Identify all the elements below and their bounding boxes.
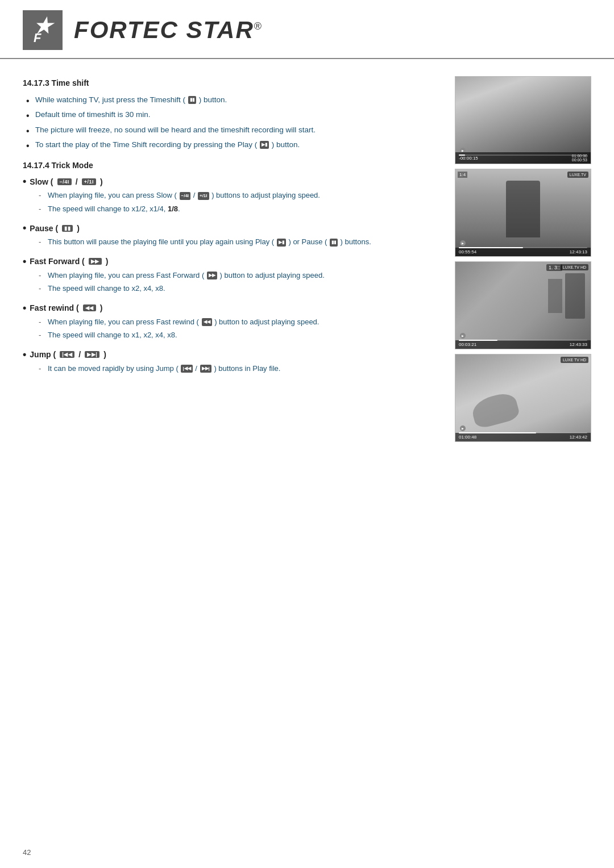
trick-slow-dash2: The speed will change to x1/2, x1/4, 1/8… — [39, 203, 438, 215]
screenshot2-time-right: 12:43:13 — [570, 249, 587, 254]
left-column: 14.17.3 Time shift While watching TV, ju… — [23, 76, 438, 442]
trick-pause-header: Pause ( ▮▮ ) — [23, 222, 438, 234]
pause-pause-icon: ▮▮ — [330, 239, 338, 247]
screenshot2-channel: LUXE.TV — [567, 172, 588, 178]
screenshot2-ratio: 1:4 — [458, 172, 467, 178]
pause-btn-icon: ▮▮ — [62, 225, 73, 232]
page-number: 42 — [23, 848, 31, 857]
brand-text: FORTEC STAR — [74, 16, 254, 43]
logo-box: ★ F — [23, 10, 63, 50]
trick-fastrewind: Fast rewind ( ◀◀ ) When playing file, yo… — [23, 302, 438, 341]
logo-letter: ★ F — [34, 16, 52, 44]
trick-pause-end: ) — [77, 224, 80, 233]
trick-fr-end: ) — [100, 303, 103, 312]
trick-jump-header: Jump ( |◀◀ / ▶▶| ) — [23, 349, 438, 361]
play-btn-icon: ▶▮ — [260, 141, 269, 149]
timeshift-btn-icon: ▮▮ — [188, 96, 196, 104]
trick-jump-label: Jump ( — [30, 350, 56, 359]
fr-btn-icon: ◀◀ — [83, 304, 96, 311]
brand-name: FORTEC STAR® — [74, 16, 263, 44]
trick-fastforward-header: Fast Forward ( ▶▶ ) — [23, 256, 438, 268]
section-trickmode: 14.17.4 Trick Mode Slow ( −/4I / +/1I ) … — [23, 161, 438, 374]
trick-jump-dash1: It can be moved rapidly by using Jump ( … — [39, 363, 438, 374]
trick-pause-dash1: This button will pause the playing file … — [39, 236, 438, 248]
section-timeshift: 14.17.3 Time shift While watching TV, ju… — [23, 78, 438, 151]
screenshot3-time-left: 00:03:21 — [459, 342, 476, 347]
right-column-screenshots: ▶ -00:00:15 01:00:0000:00:53 LUXE.TV 00:… — [455, 76, 591, 442]
section-timeshift-title: 14.17.3 Time shift — [23, 78, 438, 87]
page-wrapper: ★ F FORTEC STAR® 14.17.3 Time shift Whil… — [0, 0, 614, 868]
timeshift-bullet-1: While watching TV, just press the Timesh… — [23, 94, 438, 106]
pause-play-icon: ▶▮ — [277, 239, 286, 247]
trick-jump-slash: / — [78, 350, 81, 359]
slow-btn1-icon: −/4I — [57, 178, 72, 185]
slow-inline-btn1: −/4I — [180, 192, 191, 200]
trick-fr-dash2: The speed will change to x1, x2, x4, x8. — [39, 329, 438, 341]
timeshift-bullet-2: Default time of timeshift is 30 min. — [23, 109, 438, 120]
trick-slow-dashes: When playing file, you can press Slow ( … — [23, 190, 438, 214]
trick-ff-end: ) — [106, 257, 109, 266]
main-content: 14.17.3 Time shift While watching TV, ju… — [0, 59, 614, 459]
trick-slow-header: Slow ( −/4I / +/1I ) — [23, 176, 438, 187]
registered-symbol: ® — [254, 20, 263, 32]
screenshot3-number: 1. 3:: — [546, 264, 562, 271]
trick-jump-dashes: It can be moved rapidly by using Jump ( … — [23, 363, 438, 374]
trick-pause: Pause ( ▮▮ ) This button will pause the … — [23, 222, 438, 248]
fr-inline-icon: ◀◀ — [202, 318, 212, 326]
slow-inline-btn2: +/1I — [198, 192, 209, 200]
trick-slow-dash1: When playing file, you can press Slow ( … — [39, 190, 438, 201]
trick-jump: Jump ( |◀◀ / ▶▶| ) It can be moved rapid… — [23, 349, 438, 374]
trick-pause-label: Pause ( — [30, 224, 58, 233]
ff-btn-icon: ▶▶ — [89, 258, 102, 265]
slow-btn2-icon: +/1I — [82, 178, 96, 185]
ff-inline-icon: ▶▶ — [207, 272, 217, 279]
trick-fastforward: Fast Forward ( ▶▶ ) When playing file, y… — [23, 256, 438, 294]
trick-slow-label: Slow ( — [30, 177, 53, 186]
section-trickmode-title: 14.17.4 Trick Mode — [23, 161, 438, 170]
screenshot4-channel: LUXE TV HD — [561, 357, 588, 363]
jump-inline-btn1: |◀◀ — [181, 365, 192, 373]
trick-ff-dashes: When playing file, you can press Fast Fo… — [23, 270, 438, 294]
screenshot3-time-right: 12:43:33 — [570, 342, 587, 347]
trick-ff-dash1: When playing file, you can press Fast Fo… — [39, 270, 438, 281]
screenshot4-time-right: 12:43:42 — [570, 435, 587, 440]
trick-fr-dashes: When playing file, you can press Fast re… — [23, 316, 438, 341]
trick-pause-dashes: This button will pause the playing file … — [23, 236, 438, 248]
trick-slow: Slow ( −/4I / +/1I ) When playing file, … — [23, 176, 438, 214]
screenshot1-time-left: -00:00:15 — [459, 156, 478, 161]
header: ★ F FORTEC STAR® — [0, 0, 614, 59]
screenshot4-time-left: 01:00:48 — [459, 435, 476, 440]
jump-btn2-icon: ▶▶| — [85, 351, 99, 358]
trick-fr-label: Fast rewind ( — [30, 303, 78, 312]
trick-jump-end: ) — [103, 350, 106, 359]
trick-slow-slash: / — [76, 177, 78, 186]
screenshot-1: ▶ -00:00:15 01:00:0000:00:53 — [455, 76, 591, 164]
trick-fastrewind-header: Fast rewind ( ◀◀ ) — [23, 302, 438, 314]
timeshift-bullet-4: To start the play of the Time Shift reco… — [23, 139, 438, 151]
jump-inline-btn2: ▶▶| — [200, 365, 211, 373]
screenshot3-channel: LUXE.TV HD — [561, 264, 588, 270]
trick-ff-dash2: The speed will change to x2, x4, x8. — [39, 283, 438, 294]
timeshift-bullet-list: While watching TV, just press the Timesh… — [23, 94, 438, 151]
timeshift-bullet-3: The picture will freeze, no sound will b… — [23, 124, 438, 136]
screenshot-3: LUXE.TV HD 1. 3:: 00:03:21 12:43:33 ▶ — [455, 261, 591, 349]
screenshot2-time-left: 00:55:54 — [459, 249, 476, 254]
screenshot-2: LUXE.TV 00:55:54 12:43:13 ▶ 1:4 — [455, 169, 591, 257]
screenshot-4: LUXE TV HD 01:00:48 12:43:42 ▶ — [455, 354, 591, 442]
trick-ff-label: Fast Forward ( — [30, 257, 84, 266]
jump-btn1-icon: |◀◀ — [60, 351, 74, 358]
trick-fr-dash1: When playing file, you can press Fast re… — [39, 316, 438, 328]
trick-slow-end: ) — [100, 177, 103, 186]
